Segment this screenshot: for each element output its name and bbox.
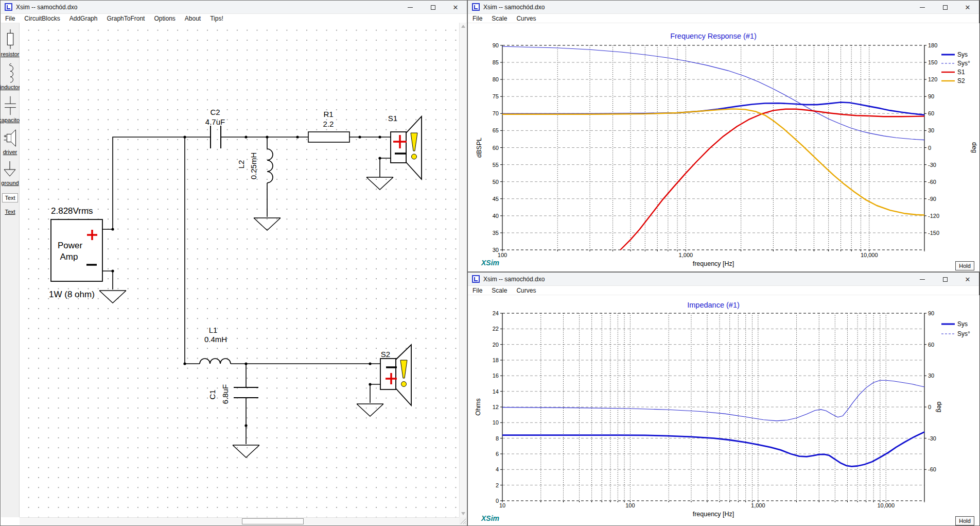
maximize-icon	[943, 277, 948, 282]
resize-grip[interactable]	[459, 517, 466, 525]
close-button[interactable]: ✕	[956, 273, 979, 286]
y-right-tick: -30	[928, 162, 936, 168]
schematic-canvas[interactable]: 2.828Vrms Power Amp 1W (8 ohm) C2 4.7uF …	[20, 23, 460, 518]
ground-symbol	[366, 177, 393, 190]
component-power-amp[interactable]: 2.828Vrms Power Amp 1W (8 ohm)	[49, 206, 102, 299]
y-left-tick: 20	[493, 342, 499, 348]
ground-icon	[2, 160, 18, 179]
component-s2[interactable]: S2	[380, 345, 411, 405]
ground-symbol	[357, 404, 383, 416]
warning-icon	[412, 154, 417, 159]
app-icon	[5, 3, 12, 11]
legend-label: S1	[957, 69, 965, 76]
titlebar: Xsim -- samochód.dxo ✕	[1, 1, 467, 14]
minimize-button[interactable]	[399, 1, 422, 14]
hold-button[interactable]: Hold	[955, 261, 974, 270]
y-left-axis-label: Ohms	[475, 398, 482, 415]
component-value: 6.8uF	[221, 384, 230, 404]
x-axis-label: frequency [Hz]	[693, 511, 734, 518]
y-left-tick: 4	[496, 466, 499, 472]
close-button[interactable]: ✕	[956, 1, 979, 14]
menu-graphtofront[interactable]: GraphToFront	[102, 15, 149, 22]
maximize-button[interactable]	[934, 273, 956, 286]
menu-scale[interactable]: Scale	[487, 15, 512, 22]
tool-ground[interactable]: ground	[1, 160, 19, 186]
menu-addgraph[interactable]: AddGraph	[65, 15, 102, 22]
y-right-tick: 180	[928, 42, 937, 48]
x-tick: 1,000	[751, 502, 765, 508]
scroll-up-icon[interactable]	[461, 25, 465, 28]
y-right-tick: 90	[928, 310, 934, 316]
series-S2	[502, 109, 924, 215]
maximize-icon	[943, 5, 948, 10]
capacitor-icon	[3, 95, 18, 116]
horizontal-scrollbar[interactable]	[20, 517, 459, 525]
driver-icon	[3, 128, 18, 148]
component-value: 2.2	[323, 120, 334, 128]
ground-symbol	[99, 291, 126, 303]
component-name: L1	[209, 326, 218, 334]
x-tick: 100	[498, 252, 507, 258]
tool-label: driver	[3, 149, 18, 155]
tool-capacitor[interactable]: capacitor	[0, 95, 22, 123]
tool-inductor[interactable]: inductor	[0, 62, 20, 90]
menu-circuitblocks[interactable]: CircuitBlocks	[20, 15, 64, 22]
x-tick: 10,000	[877, 502, 895, 508]
menu-about[interactable]: About	[180, 15, 205, 22]
tool-text-box[interactable]: Text	[2, 193, 18, 202]
chart-title: Frequency Response (#1)	[670, 32, 757, 40]
chart-title: Impedance (#1)	[687, 301, 740, 309]
y-right-tick: -120	[928, 213, 939, 219]
y-left-tick: 75	[493, 93, 499, 99]
tool-text-link[interactable]: Text	[5, 209, 15, 215]
component-r1[interactable]: R1 2.2	[308, 110, 349, 142]
impedance-chart: 2422201816141210864209060300-30-60101001…	[468, 295, 979, 525]
menubar: File CircuitBlocks AddGraph GraphToFront…	[1, 14, 467, 23]
y-right-tick: 30	[928, 127, 934, 133]
inductor-icon	[3, 62, 18, 83]
tool-driver[interactable]: driver	[3, 128, 18, 155]
scrollbar-thumb[interactable]	[242, 518, 304, 524]
component-l2[interactable]: L2 0.25mH	[237, 149, 273, 183]
menu-file[interactable]: File	[468, 287, 487, 294]
menu-curves[interactable]: Curves	[512, 15, 540, 22]
ground-symbol	[254, 218, 281, 230]
y-right-tick: -90	[928, 196, 936, 202]
maximize-button[interactable]	[934, 1, 956, 14]
menu-curves[interactable]: Curves	[512, 287, 540, 294]
window-title: Xsim -- samochód.dxo	[483, 276, 545, 283]
menu-file[interactable]: File	[1, 15, 20, 22]
window-title: Xsim -- samochód.dxo	[483, 4, 545, 11]
hold-button[interactable]: Hold	[955, 516, 974, 525]
menu-file[interactable]: File	[468, 15, 487, 22]
y-left-tick: 22	[493, 326, 499, 332]
y-left-tick: 12	[493, 404, 499, 410]
y-left-tick: 18	[493, 357, 499, 363]
maximize-button[interactable]	[422, 1, 444, 14]
close-button[interactable]: ✕	[444, 1, 467, 14]
y-right-tick: 120	[928, 76, 937, 82]
menu-options[interactable]: Options	[149, 15, 180, 22]
minimize-icon	[408, 7, 413, 8]
component-c1[interactable]: C1 6.8uF	[208, 384, 258, 404]
tool-label: capacitor	[0, 117, 22, 123]
menu-tips[interactable]: Tips!	[205, 15, 228, 22]
component-c2[interactable]: C2 4.7uF	[205, 108, 225, 148]
close-icon: ✕	[453, 4, 459, 11]
menu-scale[interactable]: Scale	[487, 287, 512, 294]
component-name: L2	[237, 160, 246, 169]
ground-symbol	[233, 445, 259, 457]
y-right-tick: 150	[928, 59, 937, 65]
frequency-response-chart: 9085807570656055504540353018015012090603…	[468, 23, 979, 272]
component-l1[interactable]: L1 0.4mH	[200, 326, 231, 364]
component-s1[interactable]: S1	[388, 114, 422, 179]
tool-resistor[interactable]: resistor	[1, 28, 19, 57]
titlebar: Xsim -- samochód.dxo ✕	[468, 273, 979, 286]
warning-icon	[401, 382, 407, 387]
tool-label: resistor	[1, 51, 19, 57]
minimize-button[interactable]	[911, 273, 934, 286]
xsim-logo: XSim	[481, 514, 499, 522]
minimize-button[interactable]	[911, 1, 934, 14]
scroll-down-icon[interactable]	[461, 512, 465, 515]
vertical-scrollbar[interactable]	[459, 23, 466, 517]
